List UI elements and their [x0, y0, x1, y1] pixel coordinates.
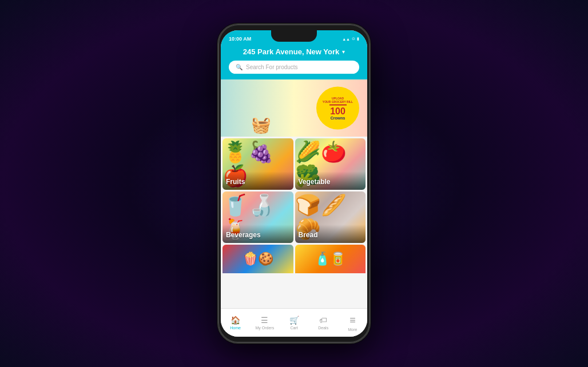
cart-icon: 🛒: [289, 316, 299, 325]
nav-more[interactable]: ≡ More: [338, 314, 367, 332]
nav-deals[interactable]: 🏷 Deals: [309, 316, 338, 330]
search-bar-container: 🔍 Search For products: [221, 61, 367, 79]
home-icon: 🏠: [231, 316, 240, 325]
chevron-down-icon: ▾: [342, 49, 345, 55]
nav-home-label: Home: [230, 326, 241, 330]
category-vegetable[interactable]: 🌽🍅🥦 Vegetable: [295, 138, 366, 190]
category-beverages[interactable]: 🥤🍶🍹 Beverages: [223, 192, 293, 243]
category-snacks-partial[interactable]: 🍿🍪: [223, 245, 293, 273]
snacks-emoji: 🍿🍪: [223, 245, 293, 273]
nav-home[interactable]: 🏠 Home: [221, 316, 250, 330]
more-icon: ≡: [349, 314, 356, 326]
search-icon: 🔍: [236, 64, 243, 70]
beverages-label: Beverages: [226, 231, 261, 239]
promo-divider: [329, 105, 347, 106]
beverages-overlay: Beverages: [223, 225, 293, 243]
battery-icon: ▮: [357, 37, 359, 41]
banner-fruits-emoji: 🧺: [221, 79, 301, 137]
nav-deals-label: Deals: [318, 326, 328, 330]
phone-frame: 10:00 AM ▲▲ ⊙ ▮ 245 Park Avenue, New Yor…: [217, 23, 371, 344]
nav-orders-label: My Orders: [255, 326, 274, 330]
nav-orders[interactable]: ☰ My Orders: [250, 316, 279, 330]
fruits-overlay: Fruits: [223, 171, 293, 190]
promo-upload-text: UPLOAD YOUR GROCERY BILL: [323, 97, 353, 103]
condiments-emoji: 🧴🥫: [295, 245, 366, 273]
phone-device: 10:00 AM ▲▲ ⊙ ▮ 245 Park Avenue, New Yor…: [217, 23, 371, 344]
search-bar[interactable]: 🔍 Search For products: [229, 61, 359, 74]
bread-overlay: Bread: [295, 225, 366, 243]
category-bread[interactable]: 🍞🥖🥐 Bread: [295, 192, 366, 243]
deals-icon: 🏷: [319, 316, 327, 325]
location-text: 245 Park Avenue, New York: [243, 47, 339, 56]
partial-categories: 🍿🍪 🧴🥫: [221, 245, 367, 273]
search-input[interactable]: Search For products: [246, 64, 298, 70]
promo-currency: Crowns: [331, 116, 345, 120]
main-content: 🧺 UPLOAD YOUR GROCERY BILL 100 Crowns: [221, 79, 367, 308]
wifi-icon: ⊙: [352, 37, 355, 41]
status-time: 10:00 AM: [229, 36, 251, 42]
orders-icon: ☰: [261, 316, 268, 325]
promo-banner[interactable]: 🧺 UPLOAD YOUR GROCERY BILL 100 Crowns: [221, 79, 367, 137]
phone-notch: [271, 30, 317, 42]
promo-badge: UPLOAD YOUR GROCERY BILL 100 Crowns: [316, 87, 359, 130]
nav-cart-label: Cart: [290, 326, 297, 330]
fruits-label: Fruits: [226, 178, 245, 186]
nav-cart[interactable]: 🛒 Cart: [279, 316, 308, 330]
bottom-navigation: 🏠 Home ☰ My Orders 🛒 Cart 🏷 Deals ≡: [221, 308, 367, 337]
location-header[interactable]: 245 Park Avenue, New York ▾: [221, 45, 367, 61]
nav-more-label: More: [348, 328, 357, 332]
categories-grid: 🍍🍇🍎 Fruits 🌽🍅🥦 Vegetable: [221, 137, 367, 245]
category-fruits[interactable]: 🍍🍇🍎 Fruits: [223, 138, 293, 190]
status-icons: ▲▲ ⊙ ▮: [342, 37, 359, 41]
vegetable-overlay: Vegetable: [295, 171, 366, 190]
bread-label: Bread: [299, 231, 318, 239]
category-condiments-partial[interactable]: 🧴🥫: [295, 245, 366, 273]
vegetable-label: Vegetable: [299, 178, 331, 186]
phone-screen: 10:00 AM ▲▲ ⊙ ▮ 245 Park Avenue, New Yor…: [221, 30, 367, 337]
signal-icon: ▲▲: [342, 37, 350, 41]
promo-amount: 100: [330, 107, 345, 116]
